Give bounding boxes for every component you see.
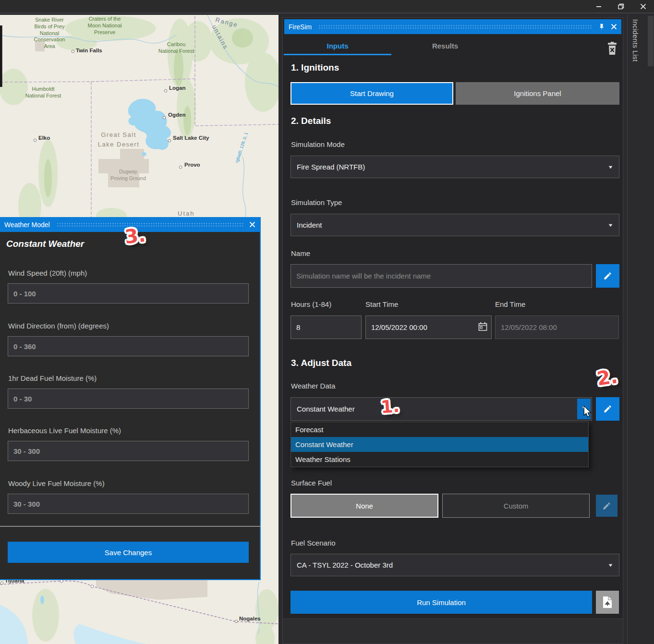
drag-handle-dots xyxy=(57,222,243,228)
weather-model-dialog: Weather Model Constant Weather Wind Spee… xyxy=(0,217,261,580)
dropdown-option-constant-weather[interactable]: Constant Weather xyxy=(291,437,588,452)
tab-results[interactable]: Results xyxy=(391,37,499,54)
dropdown-option-weather-stations[interactable]: Weather Stations xyxy=(291,452,588,467)
chevron-down-icon: ▼ xyxy=(607,563,613,568)
drag-handle-dots xyxy=(318,24,593,30)
surface-fuel-label: Surface Fuel xyxy=(291,479,332,487)
end-time-label: End Time xyxy=(495,300,525,308)
surface-fuel-none-button[interactable]: None xyxy=(291,494,438,518)
pin-icon[interactable] xyxy=(598,23,605,30)
fuel-scenario-label: Fuel Scenario xyxy=(291,539,336,547)
wind-speed-input[interactable]: 0 - 100 xyxy=(8,283,249,304)
edit-name-button[interactable] xyxy=(596,264,619,288)
adjust-data-heading: 3. Adjust Data xyxy=(291,358,351,368)
weather-data-dropdown-list: Forecast Constant Weather Weather Statio… xyxy=(291,422,589,467)
map-label-salt-lake-city: Salt Lake City xyxy=(173,135,209,141)
map-label-nogales: Nogales xyxy=(239,616,261,621)
woody-moisture-label: Woody Live Fuel Moisture (%) xyxy=(8,479,105,487)
close-icon xyxy=(640,3,646,10)
panel-footer xyxy=(283,619,623,644)
wind-direction-label: Wind Direction (from) (degrees) xyxy=(8,322,109,330)
simulation-mode-select[interactable]: Fire Spread (NRTFB) ▼ xyxy=(291,156,619,178)
firesim-title: FireSim xyxy=(289,24,312,30)
incidents-list-strip: Incidents List xyxy=(627,14,654,644)
map-label-craters: Craters of the Moon National Preserve xyxy=(81,16,129,36)
map-label-twin-falls: Twin Falls xyxy=(76,48,102,53)
simulation-mode-label: Simulation Mode xyxy=(291,140,345,148)
dialog-close-icon[interactable] xyxy=(249,221,255,228)
wind-speed-label: Wind Speed (20ft) (mph) xyxy=(8,269,87,277)
start-time-label: Start Time xyxy=(365,300,398,308)
simulation-type-label: Simulation Type xyxy=(291,198,342,207)
calendar-icon[interactable] xyxy=(478,322,487,333)
ignitions-panel-button[interactable]: Ignitions Panel xyxy=(456,82,619,105)
hours-label: Hours (1-84) xyxy=(291,300,331,308)
pencil-icon xyxy=(603,271,612,280)
hours-input[interactable] xyxy=(291,316,362,339)
run-simulation-button[interactable]: Run Simulation xyxy=(291,591,592,614)
close-button[interactable] xyxy=(632,0,654,12)
delete-simulation-button[interactable] xyxy=(606,41,619,56)
dropdown-option-forecast[interactable]: Forecast xyxy=(291,422,588,437)
restore-icon xyxy=(618,3,624,10)
chevron-down-icon: ▼ xyxy=(607,165,613,170)
minimize-icon xyxy=(596,3,602,9)
weather-data-label: Weather Data xyxy=(291,382,335,390)
firesim-panel: FireSim Inputs Results 1. Ignitions Star… xyxy=(282,17,623,644)
map-label-conservation-area: Snake River Birds of Prey National Conse… xyxy=(13,17,85,50)
map-label-provo: Provo xyxy=(184,162,200,168)
mouse-cursor xyxy=(582,406,593,418)
woody-moisture-input[interactable]: 30 - 300 xyxy=(8,494,249,514)
incidents-list-tab[interactable]: Incidents List xyxy=(631,19,639,62)
map-label-great-salt-lake-desert: Great Salt Lake Desert xyxy=(92,130,145,149)
pencil-icon xyxy=(603,404,612,413)
tab-inputs[interactable]: Inputs xyxy=(284,37,391,54)
chevron-down-icon: ▼ xyxy=(607,223,613,228)
name-label: Name xyxy=(291,249,310,257)
constant-weather-heading: Constant Weather xyxy=(6,239,84,249)
map-label-ogden: Ogden xyxy=(168,112,185,118)
dead-fuel-moisture-label: 1hr Dead Fuel Moisture (%) xyxy=(8,374,97,382)
save-changes-button[interactable]: Save Changes xyxy=(8,542,249,563)
export-simulation-button[interactable] xyxy=(596,591,619,614)
end-time-input xyxy=(495,316,619,339)
wind-direction-input[interactable]: 0 - 360 xyxy=(8,336,249,356)
fuel-scenario-select[interactable]: CA - TSYL 2022 - October 3rd ▼ xyxy=(291,554,619,576)
dead-fuel-moisture-input[interactable]: 0 - 30 xyxy=(8,389,249,409)
map-label-utah: Utah xyxy=(178,210,194,217)
map-label-logan: Logan xyxy=(169,85,186,91)
firesim-header[interactable]: FireSim xyxy=(284,19,621,34)
active-tab-underline xyxy=(284,54,391,55)
start-drawing-button[interactable]: Start Drawing xyxy=(291,82,453,105)
edit-surface-fuel-button xyxy=(596,495,618,517)
surface-fuel-custom-button[interactable]: Custom xyxy=(442,494,590,518)
details-heading: 2. Details xyxy=(291,116,331,126)
minimize-button[interactable] xyxy=(588,0,610,12)
ignitions-heading: 1. Ignitions xyxy=(291,62,339,73)
collapsed-panel-handle[interactable] xyxy=(0,25,2,87)
map-label-elko: Elko xyxy=(38,135,50,141)
application-window: Snake River Birds of Prey National Conse… xyxy=(0,0,654,644)
simulation-type-select[interactable]: Incident ▼ xyxy=(291,214,619,236)
map-label-dugway: Dugway Proving Ground xyxy=(107,169,150,182)
herbaceous-moisture-label: Herbaceous Live Fuel Moisture (%) xyxy=(8,426,121,435)
annotation-3: 3. xyxy=(124,224,147,248)
trash-x-icon xyxy=(606,42,618,55)
annotation-1: 1. xyxy=(380,396,400,417)
annotation-2: 2. xyxy=(595,365,619,390)
panel-close-icon[interactable] xyxy=(611,24,617,30)
herbaceous-moisture-input[interactable]: 30 - 300 xyxy=(8,441,249,461)
pencil-icon xyxy=(602,501,611,510)
file-upload-icon xyxy=(602,596,613,608)
weather-data-select[interactable]: Constant Weather ▼ xyxy=(291,397,592,421)
edit-weather-data-button[interactable] xyxy=(596,397,619,421)
weather-model-title: Weather Model xyxy=(4,221,50,228)
restore-button[interactable] xyxy=(610,0,632,12)
map-label-humboldt: Humboldt National Forest xyxy=(19,86,67,99)
name-input[interactable] xyxy=(291,264,592,288)
dialog-divider xyxy=(0,526,261,527)
incidents-scrollbar[interactable] xyxy=(648,16,654,66)
map-label-caribou: Caribou National Forest xyxy=(155,41,198,55)
window-titlebar xyxy=(0,0,654,13)
start-time-input[interactable] xyxy=(365,316,492,339)
